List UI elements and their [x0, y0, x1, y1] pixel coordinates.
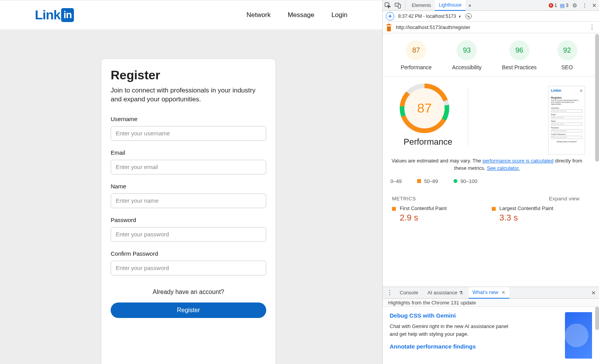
message-count: 3	[566, 3, 568, 8]
performance-big-gauge: 87	[402, 86, 447, 131]
legend-0-49: 0–49	[390, 178, 402, 184]
drawer-heading-1[interactable]: Debug CSS with Gemini	[390, 312, 565, 319]
legend-range-3: 90–100	[460, 178, 477, 184]
app-logo[interactable]: Link in	[35, 7, 74, 22]
score-best-practices-label: Best Practices	[502, 64, 536, 71]
close-drawer-icon[interactable]: ✕	[591, 290, 596, 296]
input-confirm-password[interactable]	[111, 261, 266, 275]
score-seo[interactable]: 92 SEO	[557, 40, 577, 71]
legend-green-dot-icon	[454, 179, 457, 183]
legend-range-2: 50–89	[424, 178, 438, 184]
drawer-menu-icon[interactable]: ⋮	[385, 289, 394, 296]
metric-fcp-value: 2.9 s	[400, 213, 447, 223]
input-email[interactable]	[111, 160, 266, 174]
close-devtools-icon[interactable]: ✕	[591, 2, 597, 9]
message-count-badge[interactable]: ▤ 3	[560, 3, 568, 9]
tab-lighthouse[interactable]: Lighthouse	[435, 0, 466, 11]
report-dropdown[interactable]: 8:37:42 PM - localhost:5173 ▼	[398, 14, 462, 19]
performance-big-score: 87	[417, 101, 432, 116]
thumb-label-confirm: Confirm Password	[551, 133, 582, 135]
thumb-menu-icon: ≡	[580, 89, 582, 93]
device-toolbar-icon[interactable]	[393, 0, 403, 10]
thumb-logo: Linkin	[551, 89, 561, 92]
drawer-scrollbar-thumb[interactable]	[595, 307, 599, 330]
metric-status-square-icon	[392, 207, 396, 211]
thumb-input-username: Enter your username	[551, 109, 582, 113]
metric-lcp: Largest Contentful Paint 3.3 s	[492, 205, 580, 223]
score-accessibility[interactable]: 93 Accessibility	[452, 40, 481, 71]
lighthouse-report-inner[interactable]: 87 Performance 93 Accessibility 96 Best …	[383, 33, 595, 287]
close-tab-icon[interactable]: ✕	[501, 290, 505, 295]
estimate-text-1: Values are estimated and may vary. The	[392, 158, 483, 164]
drawer-scrollbar[interactable]	[595, 307, 599, 364]
nav-network[interactable]: Network	[246, 11, 270, 19]
thumb-subtitle: Join to connect with professionals in yo…	[551, 100, 582, 106]
new-report-button[interactable]: +	[386, 12, 394, 21]
performance-detail: 87 Performance Linkin ≡ Register Join to…	[383, 77, 595, 223]
lighthouse-report-body: 87 Performance 93 Accessibility 96 Best …	[383, 33, 599, 287]
highlights-text: Highlights from the Chrome 131 update	[388, 300, 476, 306]
input-name[interactable]	[111, 193, 266, 208]
kebab-menu-icon[interactable]: ⋮	[581, 2, 588, 9]
drawer-highlights-bar: Highlights from the Chrome 131 update	[383, 299, 599, 307]
app-header: Link in Network Message Login	[0, 0, 382, 30]
score-legend: 0–49 50–89 90–100	[390, 178, 587, 184]
metrics-grid: First Contentful Paint 2.9 s Largest Con…	[387, 205, 587, 223]
thumb-label-username: Username	[551, 107, 582, 109]
score-performance[interactable]: 87 Performance	[400, 40, 431, 71]
lighthouse-url-bar: http://localhost:5173/auth/register ⋮	[383, 22, 599, 33]
score-calculated-link[interactable]: performance score is calculated	[483, 158, 554, 164]
score-accessibility-value: 93	[463, 46, 471, 55]
drawer-tab-ai-label: AI assistance	[428, 290, 457, 296]
register-subtitle: Join to connect with professionals in yo…	[111, 86, 266, 104]
report-scrollbar[interactable]	[595, 33, 599, 287]
thumb-input-password: Enter your password	[551, 129, 582, 132]
devtools-tabbar: Elements Lighthouse » ✕ 1 ▤ 3 ⚙ ⋮ ✕	[383, 0, 599, 11]
register-card: Register Join to connect with profession…	[101, 58, 276, 364]
thumb-label-email: Email	[551, 114, 582, 116]
report-dropdown-label: 8:37:42 PM - localhost:5173	[398, 14, 456, 19]
clear-icon[interactable]	[466, 13, 472, 19]
separator	[405, 2, 406, 9]
score-best-practices-value: 96	[515, 46, 523, 55]
expand-view-link[interactable]: Expand view	[549, 196, 580, 202]
report-menu-icon[interactable]: ⋮	[589, 24, 595, 31]
legend-90-100: 90–100	[454, 178, 477, 184]
drawer-tab-console[interactable]: Console	[396, 287, 422, 299]
error-count: 1	[555, 3, 557, 8]
gemini-illustration	[565, 312, 592, 359]
devtools-drawer: ⋮ Console AI assistance ⚗ What's new ✕ ✕…	[383, 287, 599, 364]
thumb-label-password: Password	[551, 127, 582, 129]
settings-icon[interactable]: ⚙	[572, 2, 578, 9]
label-username: Username	[111, 116, 266, 122]
drawer-heading-2[interactable]: Annotate performance findings	[390, 343, 565, 350]
metric-fcp-title: First Contentful Paint	[400, 205, 447, 211]
drawer-tab-ai-assistance[interactable]: AI assistance ⚗	[424, 287, 467, 299]
lighthouse-icon	[386, 24, 392, 31]
already-have-account-link[interactable]: Already have an account?	[111, 289, 266, 296]
nav-login[interactable]: Login	[331, 11, 347, 19]
error-count-badge[interactable]: ✕ 1	[549, 3, 557, 8]
label-password: Password	[111, 217, 266, 223]
scrollbar-thumb[interactable]	[595, 34, 599, 162]
register-button[interactable]: Register	[111, 302, 266, 318]
score-summary-bar: 87 Performance 93 Accessibility 96 Best …	[383, 38, 595, 77]
score-best-practices[interactable]: 96 Best Practices	[502, 40, 536, 71]
inspect-icon[interactable]	[383, 0, 393, 10]
tab-elements[interactable]: Elements	[408, 0, 435, 11]
drawer-tab-whats-new-label: What's new	[472, 289, 498, 295]
label-name: Name	[111, 183, 266, 190]
devtools-panel: Elements Lighthouse » ✕ 1 ▤ 3 ⚙ ⋮ ✕ + 8:…	[382, 0, 599, 364]
metric-lcp-title: Largest Contentful Paint	[500, 205, 553, 211]
thumb-label-name: Name	[551, 120, 582, 122]
nav-message[interactable]: Message	[288, 11, 314, 19]
input-username[interactable]	[111, 126, 266, 141]
drawer-tab-whats-new[interactable]: What's new ✕	[469, 287, 509, 299]
lighthouse-toolbar: + 8:37:42 PM - localhost:5173 ▼	[383, 11, 599, 22]
score-seo-value: 92	[563, 46, 571, 55]
more-tabs-icon[interactable]: »	[466, 3, 474, 8]
see-calculator-link[interactable]: See calculator.	[487, 165, 520, 171]
input-password[interactable]	[111, 227, 266, 242]
screenshot-thumbnail[interactable]: Linkin ≡ Register Join to connect with p…	[548, 86, 585, 155]
logo-text: Link	[35, 7, 60, 22]
